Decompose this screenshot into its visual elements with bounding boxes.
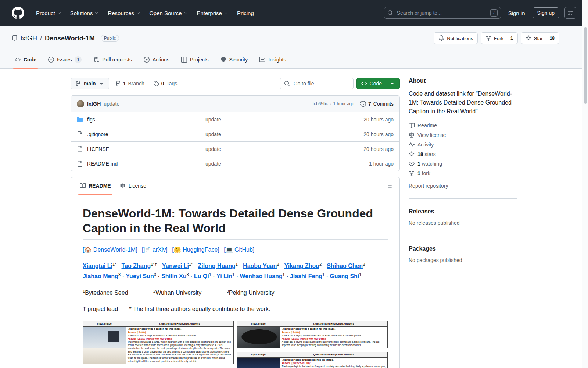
code-icon bbox=[361, 81, 367, 86]
releases-title[interactable]: Releases bbox=[409, 208, 517, 215]
commit-history-link[interactable]: 7 Commits bbox=[360, 101, 394, 107]
huggingface-link[interactable]: [🤗 HuggingFace] bbox=[172, 247, 219, 253]
tab-insights[interactable]: Insights bbox=[255, 51, 290, 68]
nav-open-source[interactable]: Open Source bbox=[146, 7, 191, 19]
author: Zilong Huang1 · bbox=[198, 263, 243, 269]
author-link[interactable]: Yueyi Sun bbox=[126, 273, 154, 279]
scrollbar-thumb[interactable] bbox=[584, 27, 587, 104]
repo-actions: Notifications Fork 1 Star 18 bbox=[434, 32, 576, 44]
sidebar-item-activity[interactable]: Activity bbox=[409, 142, 517, 148]
file-link-readme[interactable]: README.md bbox=[77, 161, 205, 167]
about-description: Code and dataset link for "DenseWorld-1M… bbox=[409, 89, 517, 116]
author-link[interactable]: Guang Shi bbox=[330, 273, 359, 279]
page-scrollbar[interactable] bbox=[582, 0, 588, 368]
author: Yueyi Sun3 · bbox=[126, 273, 161, 279]
nav-enterprise[interactable]: Enterprise bbox=[193, 7, 232, 19]
go-to-file-input[interactable] bbox=[293, 80, 349, 87]
go-to-file-field[interactable] bbox=[280, 78, 354, 89]
nav-solutions[interactable]: Solutions bbox=[67, 7, 103, 19]
branch-selector[interactable]: main bbox=[71, 78, 109, 89]
chevron-down-icon bbox=[224, 11, 228, 15]
commit-message-link[interactable]: update bbox=[104, 101, 119, 107]
star-button[interactable]: Star 18 bbox=[521, 32, 559, 44]
author-link[interactable]: Haobo Yuan bbox=[243, 263, 277, 269]
file-link-license[interactable]: LICENSE bbox=[77, 146, 205, 152]
author: Wenhao Huang1 · bbox=[240, 273, 290, 279]
author-link[interactable]: Wenhao Huang bbox=[240, 273, 282, 279]
author-link[interactable]: Jiashi Feng bbox=[290, 273, 322, 279]
tab-pull-requests[interactable]: Pull requests bbox=[89, 51, 136, 68]
author-link[interactable]: Shihao Chen bbox=[327, 263, 363, 269]
nav-pricing[interactable]: Pricing bbox=[233, 7, 258, 19]
sign-up-button[interactable]: Sign up bbox=[533, 7, 559, 18]
github-link[interactable]: [💻 GitHub] bbox=[224, 247, 254, 253]
sidebar-item-forks[interactable]: 1 fork bbox=[409, 170, 517, 176]
nav-resources[interactable]: Resources bbox=[104, 7, 144, 19]
search-input[interactable] bbox=[396, 10, 487, 16]
search-icon bbox=[284, 81, 290, 86]
sliders-icon bbox=[567, 10, 573, 16]
code-download-button[interactable]: Code bbox=[356, 78, 400, 89]
notifications-button[interactable]: Notifications bbox=[434, 32, 478, 44]
author-link[interactable]: Yanwei Li bbox=[162, 263, 189, 269]
tab-projects[interactable]: Projects bbox=[177, 51, 213, 68]
book-icon bbox=[409, 123, 415, 128]
sidebar-item-stars[interactable]: 18 stars bbox=[409, 151, 517, 157]
figure-cell-cat: Input Image Question and Response Answer… bbox=[237, 321, 388, 348]
file-commit-time: 20 hours ago bbox=[331, 131, 394, 137]
affiliation: 3Peking University bbox=[227, 290, 275, 296]
author-link[interactable]: Jiahao Meng bbox=[83, 273, 118, 279]
file-link-gitignore[interactable]: .gitignore bbox=[77, 131, 205, 137]
repo-owner-link[interactable]: lxtGH bbox=[21, 35, 37, 42]
header-right: / Sign in Sign up bbox=[384, 7, 576, 19]
author-link[interactable]: Tao Zhang bbox=[122, 263, 151, 269]
commit-time: 1 hour ago bbox=[333, 101, 354, 106]
forks-label: fork bbox=[422, 170, 430, 176]
star-count[interactable]: 18 bbox=[546, 33, 555, 44]
tab-actions[interactable]: Actions bbox=[139, 51, 174, 68]
project-home-link[interactable]: [🏠 DenseWorld-1M] bbox=[83, 247, 137, 253]
report-repository-link[interactable]: Report repository bbox=[409, 183, 448, 189]
sidebar-item-watching[interactable]: 1 watching bbox=[409, 161, 517, 167]
arxiv-link[interactable]: [📄 arXiv] bbox=[142, 247, 168, 253]
tags-link[interactable]: 0 Tags bbox=[150, 81, 180, 86]
file-link-figs[interactable]: figs bbox=[77, 117, 205, 123]
author-link[interactable]: Yikang Zhou bbox=[284, 263, 319, 269]
packages-title[interactable]: Packages bbox=[409, 245, 517, 252]
author-link[interactable]: Xiangtai Li bbox=[83, 263, 112, 269]
author-link[interactable]: Lu Qi bbox=[194, 273, 209, 279]
tab-issues[interactable]: Issues 1 bbox=[44, 51, 86, 68]
avatar[interactable] bbox=[77, 100, 84, 107]
fork-button[interactable]: Fork 1 bbox=[481, 32, 518, 44]
author-link[interactable]: Shilin Xu bbox=[161, 273, 186, 279]
github-logo[interactable] bbox=[12, 7, 24, 19]
visibility-badge: Public bbox=[101, 35, 119, 42]
code-dropdown-caret[interactable] bbox=[386, 78, 395, 89]
commit-sha-link[interactable]: fcb65bc bbox=[313, 101, 328, 106]
tab-security[interactable]: Security bbox=[216, 51, 252, 68]
author-link[interactable]: Zilong Huang bbox=[198, 263, 236, 269]
file-commit-message[interactable]: update bbox=[205, 131, 331, 137]
branches-label: Branch bbox=[128, 81, 144, 86]
sign-in-link[interactable]: Sign in bbox=[506, 8, 527, 18]
file-commit-message[interactable]: update bbox=[205, 117, 331, 123]
outline-button[interactable] bbox=[383, 180, 395, 192]
answer-label: Answer (LLaVA): bbox=[128, 331, 232, 334]
sidebar-item-license[interactable]: View license bbox=[409, 132, 517, 138]
global-search[interactable]: / bbox=[384, 7, 501, 19]
tab-code[interactable]: Code bbox=[10, 51, 41, 68]
file-commit-message[interactable]: update bbox=[205, 161, 331, 167]
file-commit-message[interactable]: update bbox=[205, 146, 331, 152]
nav-product[interactable]: Product bbox=[32, 7, 65, 19]
author-link[interactable]: Yi Lin bbox=[216, 273, 232, 279]
repo-name-link[interactable]: DenseWorld-1M bbox=[45, 35, 95, 42]
tab-readme[interactable]: README bbox=[75, 177, 115, 194]
author: Lu Qi1 · bbox=[194, 273, 216, 279]
tab-license[interactable]: License bbox=[115, 177, 151, 194]
commits-count: 7 bbox=[368, 101, 371, 107]
branches-link[interactable]: 1 Branch bbox=[112, 81, 147, 86]
fork-count[interactable]: 1 bbox=[507, 33, 513, 44]
command-palette-button[interactable] bbox=[564, 7, 576, 19]
sidebar-item-readme[interactable]: Readme bbox=[409, 123, 517, 128]
commit-author-link[interactable]: lxtGH bbox=[87, 101, 101, 107]
